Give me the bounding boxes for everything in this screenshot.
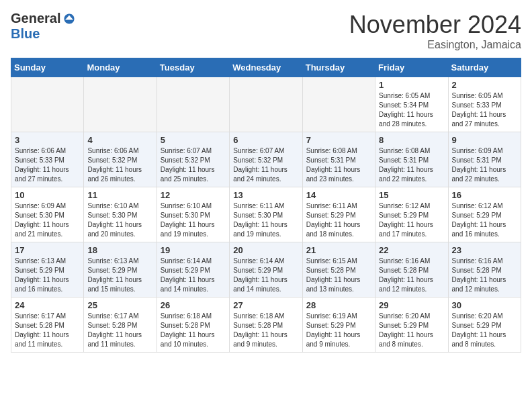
title-block: November 2024 Easington, Jamaica bbox=[349, 11, 521, 51]
calendar-empty-cell bbox=[230, 77, 302, 132]
day-number: 11 bbox=[87, 190, 152, 200]
calendar-week-1: 1Sunrise: 6:05 AM Sunset: 5:34 PM Daylig… bbox=[11, 77, 521, 132]
calendar-day-12: 12Sunrise: 6:10 AM Sunset: 5:30 PM Dayli… bbox=[157, 187, 229, 242]
calendar-day-13: 13Sunrise: 6:11 AM Sunset: 5:30 PM Dayli… bbox=[230, 187, 302, 242]
calendar-day-28: 28Sunrise: 6:19 AM Sunset: 5:29 PM Dayli… bbox=[302, 298, 375, 353]
day-number: 29 bbox=[379, 300, 444, 310]
calendar-day-9: 9Sunrise: 6:09 AM Sunset: 5:31 PM Daylig… bbox=[448, 132, 521, 187]
day-info: Sunrise: 6:20 AM Sunset: 5:29 PM Dayligh… bbox=[379, 312, 444, 349]
weekday-header-sunday: Sunday bbox=[11, 58, 84, 77]
calendar-day-11: 11Sunrise: 6:10 AM Sunset: 5:30 PM Dayli… bbox=[84, 187, 157, 242]
day-info: Sunrise: 6:05 AM Sunset: 5:34 PM Dayligh… bbox=[379, 91, 444, 129]
day-info: Sunrise: 6:12 AM Sunset: 5:29 PM Dayligh… bbox=[379, 201, 444, 239]
calendar-day-25: 25Sunrise: 6:17 AM Sunset: 5:28 PM Dayli… bbox=[84, 298, 157, 353]
calendar-day-24: 24Sunrise: 6:17 AM Sunset: 5:28 PM Dayli… bbox=[11, 298, 84, 353]
day-info: Sunrise: 6:18 AM Sunset: 5:28 PM Dayligh… bbox=[161, 312, 226, 349]
location-subtitle: Easington, Jamaica bbox=[349, 39, 521, 51]
calendar-day-19: 19Sunrise: 6:14 AM Sunset: 5:29 PM Dayli… bbox=[157, 242, 229, 298]
calendar-day-29: 29Sunrise: 6:20 AM Sunset: 5:29 PM Dayli… bbox=[375, 298, 448, 353]
calendar-day-10: 10Sunrise: 6:09 AM Sunset: 5:30 PM Dayli… bbox=[11, 187, 84, 242]
day-number: 16 bbox=[452, 190, 517, 200]
calendar-empty-cell bbox=[84, 77, 157, 132]
calendar-day-1: 1Sunrise: 6:05 AM Sunset: 5:34 PM Daylig… bbox=[375, 77, 448, 132]
calendar-day-22: 22Sunrise: 6:16 AM Sunset: 5:28 PM Dayli… bbox=[375, 242, 448, 298]
day-info: Sunrise: 6:07 AM Sunset: 5:32 PM Dayligh… bbox=[233, 146, 298, 184]
day-number: 2 bbox=[452, 80, 517, 90]
day-info: Sunrise: 6:05 AM Sunset: 5:33 PM Dayligh… bbox=[452, 91, 517, 129]
logo: General Blue bbox=[11, 11, 75, 42]
day-number: 4 bbox=[87, 135, 152, 145]
day-info: Sunrise: 6:07 AM Sunset: 5:32 PM Dayligh… bbox=[161, 146, 226, 184]
day-info: Sunrise: 6:16 AM Sunset: 5:28 PM Dayligh… bbox=[452, 257, 517, 294]
day-info: Sunrise: 6:17 AM Sunset: 5:28 PM Dayligh… bbox=[15, 312, 80, 349]
day-info: Sunrise: 6:15 AM Sunset: 5:28 PM Dayligh… bbox=[306, 257, 371, 294]
day-info: Sunrise: 6:11 AM Sunset: 5:29 PM Dayligh… bbox=[306, 201, 371, 239]
day-info: Sunrise: 6:16 AM Sunset: 5:28 PM Dayligh… bbox=[379, 257, 444, 294]
day-info: Sunrise: 6:14 AM Sunset: 5:29 PM Dayligh… bbox=[161, 257, 226, 294]
day-info: Sunrise: 6:11 AM Sunset: 5:30 PM Dayligh… bbox=[233, 201, 298, 239]
calendar-day-30: 30Sunrise: 6:20 AM Sunset: 5:29 PM Dayli… bbox=[448, 298, 521, 353]
weekday-header-saturday: Saturday bbox=[448, 58, 521, 77]
day-info: Sunrise: 6:18 AM Sunset: 5:28 PM Dayligh… bbox=[233, 312, 298, 349]
calendar-day-16: 16Sunrise: 6:12 AM Sunset: 5:29 PM Dayli… bbox=[448, 187, 521, 242]
weekday-header-friday: Friday bbox=[375, 58, 448, 77]
day-info: Sunrise: 6:12 AM Sunset: 5:29 PM Dayligh… bbox=[452, 201, 517, 239]
day-info: Sunrise: 6:20 AM Sunset: 5:29 PM Dayligh… bbox=[452, 312, 517, 349]
calendar-week-4: 17Sunrise: 6:13 AM Sunset: 5:29 PM Dayli… bbox=[11, 242, 521, 298]
day-number: 3 bbox=[15, 135, 80, 145]
day-number: 24 bbox=[15, 300, 80, 310]
day-info: Sunrise: 6:13 AM Sunset: 5:29 PM Dayligh… bbox=[87, 257, 152, 294]
calendar-day-26: 26Sunrise: 6:18 AM Sunset: 5:28 PM Dayli… bbox=[157, 298, 229, 353]
day-number: 12 bbox=[161, 190, 226, 200]
calendar-day-23: 23Sunrise: 6:16 AM Sunset: 5:28 PM Dayli… bbox=[448, 242, 521, 298]
day-info: Sunrise: 6:10 AM Sunset: 5:30 PM Dayligh… bbox=[161, 201, 226, 239]
logo-general: General bbox=[11, 11, 60, 26]
day-number: 26 bbox=[161, 300, 226, 310]
calendar-week-3: 10Sunrise: 6:09 AM Sunset: 5:30 PM Dayli… bbox=[11, 187, 521, 242]
calendar-empty-cell bbox=[11, 77, 84, 132]
calendar-day-17: 17Sunrise: 6:13 AM Sunset: 5:29 PM Dayli… bbox=[11, 242, 84, 298]
day-number: 23 bbox=[452, 245, 517, 255]
calendar-empty-cell bbox=[157, 77, 229, 132]
day-info: Sunrise: 6:13 AM Sunset: 5:29 PM Dayligh… bbox=[15, 257, 80, 294]
calendar-day-5: 5Sunrise: 6:07 AM Sunset: 5:32 PM Daylig… bbox=[157, 132, 229, 187]
day-number: 15 bbox=[379, 190, 444, 200]
weekday-header-monday: Monday bbox=[84, 58, 157, 77]
day-number: 28 bbox=[306, 300, 371, 310]
calendar-day-15: 15Sunrise: 6:12 AM Sunset: 5:29 PM Dayli… bbox=[375, 187, 448, 242]
day-number: 14 bbox=[306, 190, 371, 200]
logo-blue: Blue bbox=[11, 26, 40, 42]
calendar-day-4: 4Sunrise: 6:06 AM Sunset: 5:32 PM Daylig… bbox=[84, 132, 157, 187]
day-number: 13 bbox=[233, 190, 298, 200]
day-info: Sunrise: 6:14 AM Sunset: 5:29 PM Dayligh… bbox=[233, 257, 298, 294]
calendar-week-2: 3Sunrise: 6:06 AM Sunset: 5:33 PM Daylig… bbox=[11, 132, 521, 187]
day-number: 18 bbox=[87, 245, 152, 255]
day-info: Sunrise: 6:10 AM Sunset: 5:30 PM Dayligh… bbox=[87, 201, 152, 239]
calendar-day-8: 8Sunrise: 6:08 AM Sunset: 5:31 PM Daylig… bbox=[375, 132, 448, 187]
logo-icon bbox=[63, 13, 75, 25]
weekday-header-tuesday: Tuesday bbox=[157, 58, 229, 77]
day-info: Sunrise: 6:09 AM Sunset: 5:30 PM Dayligh… bbox=[15, 201, 80, 239]
day-info: Sunrise: 6:06 AM Sunset: 5:32 PM Dayligh… bbox=[87, 146, 152, 184]
weekday-header-row: SundayMondayTuesdayWednesdayThursdayFrid… bbox=[11, 58, 521, 77]
day-number: 25 bbox=[87, 300, 152, 310]
day-info: Sunrise: 6:08 AM Sunset: 5:31 PM Dayligh… bbox=[379, 146, 444, 184]
calendar-week-5: 24Sunrise: 6:17 AM Sunset: 5:28 PM Dayli… bbox=[11, 298, 521, 353]
day-info: Sunrise: 6:19 AM Sunset: 5:29 PM Dayligh… bbox=[306, 312, 371, 349]
calendar-day-20: 20Sunrise: 6:14 AM Sunset: 5:29 PM Dayli… bbox=[230, 242, 302, 298]
day-number: 6 bbox=[233, 135, 298, 145]
calendar-day-27: 27Sunrise: 6:18 AM Sunset: 5:28 PM Dayli… bbox=[230, 298, 302, 353]
day-info: Sunrise: 6:06 AM Sunset: 5:33 PM Dayligh… bbox=[15, 146, 80, 184]
calendar-day-3: 3Sunrise: 6:06 AM Sunset: 5:33 PM Daylig… bbox=[11, 132, 84, 187]
day-number: 17 bbox=[15, 245, 80, 255]
day-info: Sunrise: 6:09 AM Sunset: 5:31 PM Dayligh… bbox=[452, 146, 517, 184]
calendar-day-21: 21Sunrise: 6:15 AM Sunset: 5:28 PM Dayli… bbox=[302, 242, 375, 298]
day-info: Sunrise: 6:08 AM Sunset: 5:31 PM Dayligh… bbox=[306, 146, 371, 184]
calendar-day-18: 18Sunrise: 6:13 AM Sunset: 5:29 PM Dayli… bbox=[84, 242, 157, 298]
day-number: 22 bbox=[379, 245, 444, 255]
month-title: November 2024 bbox=[349, 11, 521, 39]
day-number: 5 bbox=[161, 135, 226, 145]
calendar-day-2: 2Sunrise: 6:05 AM Sunset: 5:33 PM Daylig… bbox=[448, 77, 521, 132]
calendar-day-6: 6Sunrise: 6:07 AM Sunset: 5:32 PM Daylig… bbox=[230, 132, 302, 187]
weekday-header-thursday: Thursday bbox=[302, 58, 375, 77]
